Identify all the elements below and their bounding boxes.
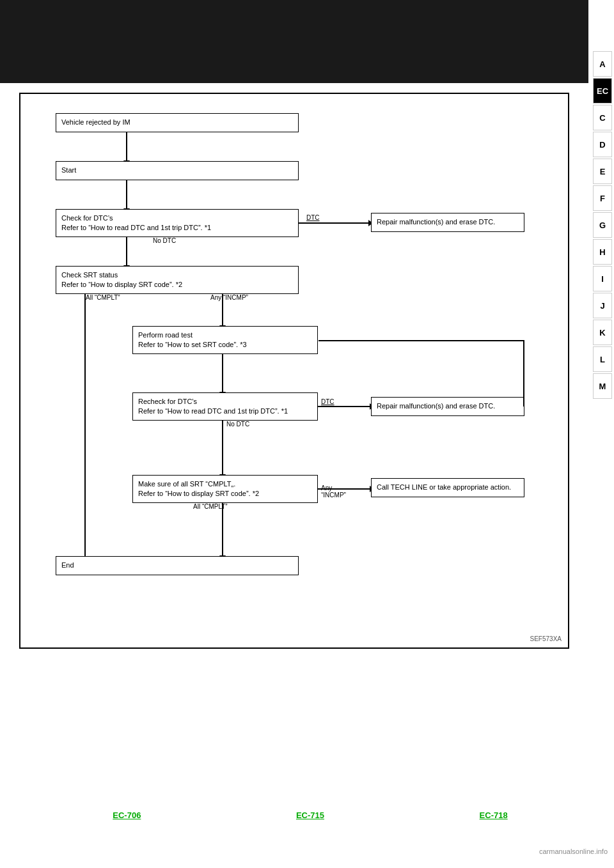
sidebar-tab-c[interactable]: C [593, 105, 612, 130]
box-recheck-dtc: Recheck for DTC’s Refer to “How to read … [132, 392, 318, 421]
line-dtc-1 [299, 222, 350, 224]
line-to-calltech [318, 488, 370, 490]
diagram-ref: SEF573XA [530, 635, 562, 642]
box-end: End [56, 556, 299, 575]
label-no-dtc-2: No DTC [225, 421, 251, 428]
box-perform-road-test: Perform road test Refer to “How to set S… [132, 326, 318, 354]
arrow-roadtest-to-recheck [222, 354, 223, 392]
label-dtc-2: DTC [320, 398, 336, 405]
arrow-checkdtc-to-checksrt [126, 237, 127, 266]
box-start: Start [56, 161, 299, 180]
sidebar-tab-a[interactable]: A [593, 51, 612, 77]
box-repair-dtc-1: Repair malfunction(s) and erase DTC. [371, 213, 524, 232]
top-header-bar [0, 0, 588, 83]
line-allcmplt-down [84, 294, 86, 556]
label-dtc-1: DTC [305, 214, 321, 221]
sidebar-tab-k[interactable]: K [593, 320, 612, 345]
sidebar: A EC C D E F G H I J K L M [591, 0, 614, 767]
sidebar-tab-m[interactable]: M [593, 373, 612, 399]
line-repair2-up [523, 340, 524, 407]
sidebar-tab-h[interactable]: H [593, 239, 612, 265]
flowchart-container: Vehicle rejected by IM Start Check for D… [19, 93, 569, 649]
nav-link-2[interactable]: EC-715 [296, 810, 324, 820]
sidebar-tab-f[interactable]: F [593, 185, 612, 211]
sidebar-tab-j[interactable]: J [593, 293, 612, 318]
sidebar-tab-g[interactable]: G [593, 212, 612, 238]
sidebar-tab-d[interactable]: D [593, 132, 612, 157]
line-repair2-left [319, 340, 523, 341]
sidebar-tab-ec[interactable]: EC [593, 78, 612, 104]
nav-link-3[interactable]: EC-718 [480, 810, 508, 820]
arrow-to-repair1 [350, 222, 369, 224]
label-any-incmp-1: Any “INCMP” [209, 294, 249, 301]
bottom-nav: EC-706 EC-715 EC-718 [35, 810, 585, 820]
arrow-makesure-to-end [222, 503, 223, 556]
box-call-tech-line: Call TECH LINE or take appropriate actio… [371, 478, 524, 497]
arrow-incmp-to-roadtest [222, 294, 223, 326]
sidebar-tab-i[interactable]: I [593, 266, 612, 291]
label-all-cmplt-1: All “CMPLT” [84, 294, 122, 301]
box-check-srt: Check SRT status Refer to “How to displa… [56, 266, 299, 294]
box-make-sure-srt: Make sure of all SRT “CMPLT„. Refer to “… [132, 475, 318, 503]
line-dtc-2 [318, 406, 337, 407]
sidebar-tab-e[interactable]: E [593, 159, 612, 184]
arrow-vehicle-to-start [126, 132, 127, 161]
arrow-start-to-checkdtc [126, 180, 127, 209]
box-vehicle-rejected: Vehicle rejected by IM [56, 113, 299, 132]
box-repair-dtc-2: Repair malfunction(s) and erase DTC. [371, 397, 524, 416]
label-no-dtc-1: No DTC [152, 237, 177, 244]
arrow-to-repair2 [337, 406, 370, 407]
arrow-recheck-to-makesure [222, 421, 223, 475]
nav-link-1[interactable]: EC-706 [113, 810, 141, 820]
watermark: carmanualsonline.info [539, 848, 608, 855]
box-check-dtc: Check for DTC’s Refer to “How to read DT… [56, 209, 299, 237]
sidebar-tab-l[interactable]: L [593, 346, 612, 372]
label-all-cmplt-2: All “CMPLT” [192, 503, 229, 510]
